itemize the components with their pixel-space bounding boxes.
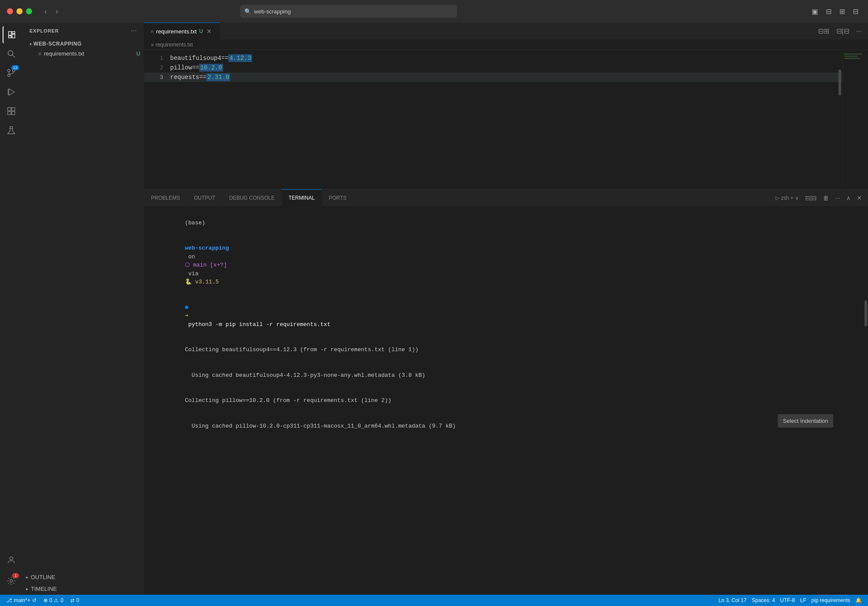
term-output-5: Collecting requests==2.31.0 (from -r req… [151,439,861,441]
editor-layout-button[interactable]: ⊟ [823,6,834,17]
output-label: OUTPUT [194,195,215,201]
panel-tabs: PROBLEMS OUTPUT DEBUG CONSOLE TERMINAL P… [144,189,868,207]
new-terminal-button[interactable]: ▷ zsh + ∨ [773,193,802,203]
activity-item-explorer[interactable] [3,26,20,43]
svg-rect-15 [12,112,15,115]
split-terminal-button[interactable]: ⊟|⊟ [802,193,820,203]
status-bell[interactable]: 🔔 [853,597,865,603]
tab-badge: U [199,28,203,34]
remote-count: 0 [76,597,79,603]
terminal-scrollbar[interactable] [864,207,868,441]
branch-name: main*+ [14,597,30,603]
status-spaces[interactable]: Spaces: 4 [749,597,777,603]
code-line-1: 1 beautifulsoup4==4.12.3 [144,53,842,63]
breadcrumb: ≡ requirements.txt [144,40,868,50]
status-encoding[interactable]: UTF-8 [778,597,798,603]
tab-requirements[interactable]: ≡ requirements.txt U ✕ [144,23,220,40]
split-editor-button[interactable]: ⊞ [837,6,848,17]
nav-buttons: ‹ › [41,5,62,18]
code-editor[interactable]: 1 beautifulsoup4==4.12.3 2 pillow==10.2.… [144,50,842,189]
tab-close-button[interactable]: ✕ [206,27,213,36]
panel-tab-problems[interactable]: PROBLEMS [144,189,187,206]
close-button[interactable] [7,8,13,14]
minimize-button[interactable] [16,8,23,14]
terminal-label: TERMINAL [289,195,315,201]
status-line-col[interactable]: Ln 3, Col 17 [716,597,750,603]
maximize-panel-button[interactable]: ∧ [844,193,853,203]
maximize-button[interactable] [26,8,32,14]
explorer-folder[interactable]: ▾ WEB-SCRAPPING [23,39,144,49]
breadcrumb-icon: ≡ [151,42,154,47]
status-errors[interactable]: ⊗ 0 ⚠ 0 [41,595,66,606]
account-icon [7,555,16,565]
terminal-content[interactable]: (base) web-scrapping on ⬡ main [x+?] via… [144,207,868,441]
search-icon: 🔍 [244,8,251,15]
status-language[interactable]: pip requirements [809,597,853,603]
svg-point-17 [10,557,13,560]
line-number-3: 3 [148,74,163,81]
activity-item-source-control[interactable]: 13 [3,64,20,82]
editor-area: ≡ requirements.txt U ✕ ⊟⊞ ⊟|⊟ ··· ≡ requ… [144,23,868,595]
svg-point-18 [10,580,13,582]
more-actions-button[interactable]: ··· [854,26,865,37]
timeline-section[interactable]: ▸ TIMELINE [23,583,144,595]
sidebar-more-button[interactable]: ··· [131,27,137,35]
status-right: Ln 3, Col 17 Spaces: 4 UTF-8 LF pip requ… [716,597,865,603]
term-branch: ⬡ main [x+?] [185,262,227,268]
chevron-down-icon: ▾ [30,42,32,46]
term-output-1: Collecting beautifulsoup4==4.12.3 (from … [151,337,861,363]
term-via: via [185,270,202,277]
bell-icon: 🔔 [855,597,862,603]
title-bar: ‹ › 🔍 ▣ ⊟ ⊞ ⊟ [0,0,868,23]
search-icon [7,49,16,59]
chevron-right-icon-timeline: ▸ [26,586,28,591]
panel-tab-right: ▷ zsh + ∨ ⊟|⊟ 🗑 ··· ∧ ✕ [773,193,868,203]
search-input[interactable] [254,8,453,15]
outline-section[interactable]: ▸ OUTLINE [23,571,144,583]
back-button[interactable]: ‹ [41,5,50,18]
explorer-section: ▾ WEB-SCRAPPING ≡ requirements.txt U [23,39,144,59]
code-area: 1 beautifulsoup4==4.12.3 2 pillow==10.2.… [144,50,868,189]
panel-tab-terminal[interactable]: TERMINAL [282,189,322,206]
close-panel-button[interactable]: ✕ [854,193,865,203]
problems-label: PROBLEMS [151,195,180,201]
term-prompt-arrow: ➜ [185,313,188,319]
line-number-2: 2 [148,65,163,71]
forward-button[interactable]: › [52,5,62,18]
search-bar[interactable]: 🔍 [240,5,457,18]
remote-icon: ⇄ [70,597,75,603]
more-terminal-button[interactable]: ··· [832,193,843,203]
debug-label: DEBUG CONSOLE [229,195,275,201]
kill-terminal-button[interactable]: 🗑 [820,193,832,203]
status-remote[interactable]: ⇄ 0 [68,595,82,606]
sync-icon: ↺ [32,597,36,603]
sidebar-toggle-button[interactable]: ▣ [809,6,821,17]
code-line-3: 3 requests==2.31.0 [144,72,842,82]
svg-rect-2 [12,34,15,38]
minimap-lines [842,50,868,63]
panel-tab-output[interactable]: OUTPUT [187,189,222,206]
customize-layout-button[interactable]: ⊟ [850,6,861,17]
status-line-ending[interactable]: LF [798,597,809,603]
ports-label: PORTS [329,195,346,201]
status-bar: ⎇ main*+ ↺ ⊗ 0 ⚠ 0 ⇄ 0 Ln 3, Col 17 Spac… [0,595,868,606]
panel-tab-ports[interactable]: PORTS [322,189,353,206]
svg-rect-14 [8,112,11,115]
activity-item-account[interactable] [3,551,20,569]
panel-tab-debug[interactable]: DEBUG CONSOLE [222,189,282,206]
open-editors-button[interactable]: ⊟⊞ [815,25,832,37]
activity-item-search[interactable] [3,45,20,63]
minimap-line-2 [844,56,858,57]
status-branch[interactable]: ⎇ main*+ ↺ [3,595,39,606]
split-editor-right-button[interactable]: ⊟|⊟ [834,25,852,37]
svg-rect-13 [12,108,15,111]
line-number-1: 1 [148,55,163,62]
testing-icon [7,125,16,135]
explorer-file-requirements[interactable]: ≡ requirements.txt U [23,49,144,59]
svg-point-6 [8,69,10,72]
activity-item-settings[interactable]: 1 [3,572,20,590]
activity-item-testing[interactable] [3,122,20,139]
activity-item-extensions[interactable] [3,102,20,120]
file-modified-badge: U [136,51,140,57]
activity-item-run[interactable] [3,83,20,101]
